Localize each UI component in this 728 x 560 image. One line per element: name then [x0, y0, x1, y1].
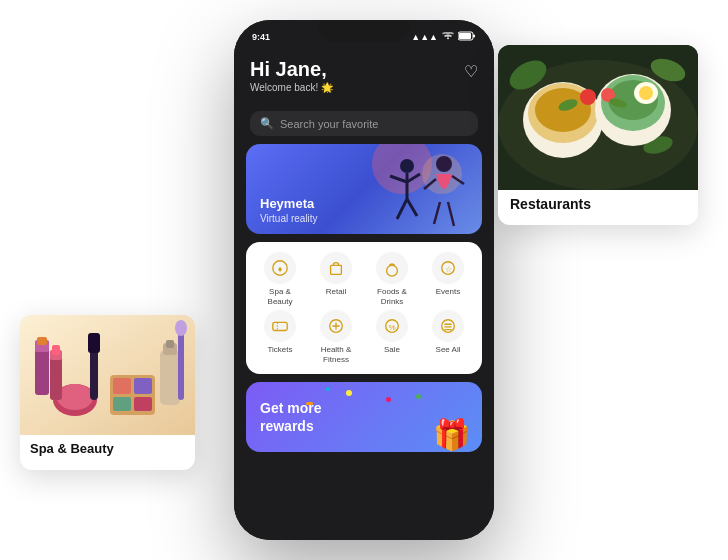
svg-rect-16 [331, 265, 342, 274]
spa-label: Spa & Beauty [20, 435, 195, 462]
banner-text: Heymeta Virtual reality [260, 196, 318, 224]
cat-events[interactable]: ☆ Events [420, 252, 476, 306]
cat-retail[interactable]: Retail [308, 252, 364, 306]
svg-rect-50 [35, 345, 49, 395]
svg-line-5 [390, 176, 407, 182]
svg-line-8 [407, 199, 417, 216]
cat-tickets-label: Tickets [267, 345, 292, 355]
phone-screen: 9:41 ▲▲▲ [234, 20, 494, 540]
svg-rect-69 [52, 345, 60, 355]
svg-rect-56 [88, 333, 100, 353]
svg-point-44 [580, 89, 596, 105]
svg-rect-60 [113, 397, 131, 411]
rewards-banner[interactable]: Get more rewards 🎁 [246, 382, 482, 452]
cat-retail-label: Retail [326, 287, 346, 297]
cat-events-icon: ☆ [432, 252, 464, 284]
status-time: 9:41 [252, 32, 270, 42]
svg-rect-61 [134, 397, 152, 411]
svg-line-10 [424, 179, 436, 189]
search-bar[interactable]: 🔍 Search your favorite [250, 111, 478, 136]
svg-point-54 [57, 384, 93, 410]
svg-point-17 [387, 265, 398, 276]
cat-foods-label: Foods &Drinks [377, 287, 407, 306]
svg-line-7 [397, 199, 407, 219]
phone-shell: 9:41 ▲▲▲ [234, 20, 494, 540]
svg-point-3 [400, 159, 414, 173]
greeting-sub: Welcome back! 🌟 [250, 82, 333, 93]
greeting-block: Hi Jane, Welcome back! 🌟 [250, 58, 333, 93]
spa-card: Spa & Beauty [20, 315, 195, 470]
svg-rect-58 [113, 378, 131, 394]
rewards-text: Get more rewards [260, 399, 321, 435]
cat-health[interactable]: Health &Fitness [308, 310, 364, 364]
heart-icon[interactable]: ♡ [464, 62, 478, 81]
svg-rect-20 [273, 323, 287, 331]
svg-line-13 [448, 202, 454, 226]
cat-sale-icon: % [376, 310, 408, 342]
cat-health-icon [320, 310, 352, 342]
svg-rect-59 [134, 378, 152, 394]
cat-sale-label: Sale [384, 345, 400, 355]
phone-mockup: 9:41 ▲▲▲ [234, 20, 494, 540]
battery-icon [458, 31, 476, 43]
categories-grid: ♦ Spa &Beauty [246, 242, 482, 374]
svg-rect-65 [178, 330, 184, 400]
cat-all[interactable]: See All [420, 310, 476, 364]
svg-rect-67 [50, 355, 62, 400]
svg-point-43 [639, 86, 653, 100]
search-icon: 🔍 [260, 117, 274, 130]
banner-subtitle: Virtual reality [260, 213, 318, 224]
wifi-icon [442, 32, 454, 43]
cat-spa[interactable]: ♦ Spa &Beauty [252, 252, 308, 306]
cat-tickets-icon [264, 310, 296, 342]
cat-spa-icon: ♦ [264, 252, 296, 284]
svg-line-11 [452, 176, 464, 184]
cat-events-label: Events [436, 287, 460, 297]
phone-notch [319, 20, 409, 42]
svg-text:♦: ♦ [278, 264, 283, 274]
cat-all-icon [432, 310, 464, 342]
banner-figures [372, 154, 472, 234]
cat-all-label: See All [436, 345, 461, 355]
screen-content: Hi Jane, Welcome back! 🌟 ♡ 🔍 Search your… [234, 48, 494, 540]
spa-image [20, 315, 195, 435]
cat-retail-icon [320, 252, 352, 284]
food-illustration [498, 45, 698, 190]
cat-sale[interactable]: % Sale [364, 310, 420, 364]
svg-rect-62 [160, 350, 180, 405]
cat-tickets[interactable]: Tickets [252, 310, 308, 364]
rewards-line2: rewards [260, 417, 321, 435]
greeting-name: Hi Jane, [250, 58, 333, 81]
app-header: Hi Jane, Welcome back! 🌟 ♡ [234, 48, 494, 103]
svg-text:☆: ☆ [445, 265, 452, 274]
svg-text:%: % [388, 323, 395, 332]
status-icons: ▲▲▲ [411, 31, 476, 43]
signal-icon: ▲▲▲ [411, 32, 438, 42]
svg-point-27 [442, 320, 455, 333]
spa-illustration [20, 315, 195, 435]
promo-banner[interactable]: Heymeta Virtual reality [246, 144, 482, 234]
svg-rect-64 [166, 340, 174, 348]
restaurants-label: Restaurants [498, 190, 698, 218]
svg-rect-1 [459, 33, 471, 39]
rewards-line1: Get more [260, 399, 321, 417]
cat-spa-label: Spa &Beauty [268, 287, 293, 306]
search-placeholder: Search your favorite [280, 118, 378, 130]
svg-point-66 [175, 320, 187, 336]
svg-rect-2 [473, 35, 475, 38]
svg-point-9 [436, 156, 452, 172]
svg-line-12 [434, 202, 440, 224]
cat-health-label: Health &Fitness [321, 345, 352, 364]
cat-foods-icon [376, 252, 408, 284]
svg-line-6 [407, 174, 420, 182]
restaurants-card: Restaurants [498, 45, 698, 225]
banner-title: Heymeta [260, 196, 318, 213]
svg-rect-52 [37, 337, 47, 345]
rewards-gift-icon: 🎁 [433, 417, 470, 452]
cat-foods[interactable]: Foods &Drinks [364, 252, 420, 306]
restaurants-food-image [498, 45, 698, 190]
